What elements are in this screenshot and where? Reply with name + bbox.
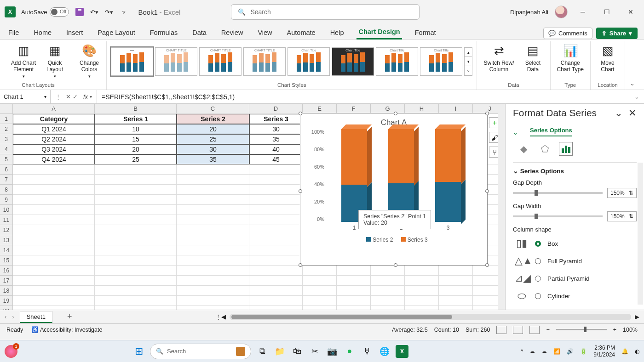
cell[interactable] [249, 205, 303, 215]
cell[interactable] [249, 195, 303, 205]
user-name[interactable]: Dipanjenah Ali [510, 9, 548, 16]
column-header[interactable]: A [13, 104, 95, 114]
cell[interactable] [95, 296, 177, 306]
cell[interactable] [249, 175, 303, 185]
column-header[interactable]: C [177, 104, 249, 114]
cell[interactable]: 40 [249, 144, 303, 154]
cloud-icon[interactable]: ☁ [541, 348, 547, 355]
row-header[interactable]: 18 [0, 286, 13, 296]
gap-width-slider[interactable] [513, 215, 603, 217]
cell[interactable]: Series 2 [177, 114, 249, 124]
cell[interactable] [405, 296, 439, 306]
cell[interactable] [177, 276, 249, 286]
cell[interactable] [13, 185, 95, 195]
cell[interactable] [439, 266, 473, 276]
cell[interactable] [13, 276, 95, 286]
taskbar-app-icon[interactable] [5, 345, 17, 358]
cell[interactable] [177, 215, 249, 225]
gap-depth-input[interactable]: 150%⇅ [607, 188, 637, 198]
cell[interactable] [95, 205, 177, 215]
tab-view[interactable]: View [256, 26, 274, 39]
column-header[interactable]: I [439, 104, 473, 114]
tab-help[interactable]: Help [328, 26, 346, 39]
add-chart-element-button[interactable]: ▥Add Chart Element▾ [8, 42, 39, 80]
cell[interactable] [249, 296, 303, 306]
chart-bar[interactable] [388, 129, 414, 222]
cell[interactable] [405, 286, 439, 296]
save-button[interactable] [75, 7, 85, 17]
file-explorer-icon[interactable]: 📁 [273, 345, 286, 358]
cell[interactable] [303, 276, 337, 286]
qat-customize[interactable]: ▿ [119, 7, 129, 17]
cell[interactable] [177, 235, 249, 245]
cell[interactable] [13, 296, 95, 306]
chart-style-4[interactable]: CHART TITLE [243, 47, 286, 76]
sheet-next-button[interactable]: › [12, 313, 14, 320]
cell[interactable]: 45 [249, 154, 303, 164]
cell[interactable] [249, 225, 303, 235]
cell[interactable] [371, 276, 405, 286]
row-header[interactable]: 16 [0, 266, 13, 276]
cell[interactable] [95, 235, 177, 245]
cell[interactable] [439, 276, 473, 286]
tab-insert[interactable]: Insert [64, 26, 85, 39]
name-box[interactable]: Chart 1▾ [0, 90, 51, 103]
cell[interactable] [177, 195, 249, 205]
share-button[interactable]: ⇪ Share ▾ [596, 28, 638, 39]
cell[interactable] [13, 306, 95, 310]
cell[interactable]: Category [13, 114, 95, 124]
cell[interactable] [13, 286, 95, 296]
row-header[interactable]: 20 [0, 306, 13, 310]
row-header[interactable]: 8 [0, 185, 13, 195]
tab-file[interactable]: File [6, 26, 21, 39]
gap-width-input[interactable]: 150%⇅ [607, 211, 637, 221]
cell[interactable] [13, 266, 95, 276]
cell[interactable]: Q2 2024 [13, 134, 95, 144]
chart-style-5[interactable]: Chart Title [288, 47, 330, 76]
cell[interactable] [95, 175, 177, 185]
tab-page-layout[interactable]: Page Layout [96, 26, 137, 39]
notifications-icon[interactable]: 🔔 [621, 348, 628, 355]
cell[interactable] [405, 306, 439, 310]
zoom-level[interactable]: 100% [623, 327, 638, 333]
page-layout-view-button[interactable] [513, 326, 523, 334]
tray-chevron-icon[interactable]: ^ [521, 348, 523, 355]
row-header[interactable]: 2 [0, 124, 13, 134]
chart-style-8[interactable]: Chart Title [420, 47, 462, 76]
cell[interactable] [405, 276, 439, 286]
sheet-tab-sheet1[interactable]: Sheet1 [20, 311, 52, 323]
shape-box[interactable]: ▯▮Box [513, 235, 637, 252]
zoom-in-button[interactable]: + [613, 327, 616, 333]
chart-bar[interactable] [341, 129, 367, 222]
pane-scrollbar[interactable] [638, 163, 643, 305]
formula-input[interactable]: =SERIES(Sheet1!$C$1,,Sheet1!$C$2:$C$5,1) [97, 93, 630, 101]
formula-expand-button[interactable]: ⌄ [630, 93, 644, 100]
cell[interactable] [177, 286, 249, 296]
row-header[interactable]: 1 [0, 114, 13, 124]
zoom-slider[interactable] [556, 329, 607, 330]
cell[interactable] [371, 266, 405, 276]
tab-review[interactable]: Review [219, 26, 245, 39]
close-button[interactable]: ✕ [622, 6, 639, 18]
cell[interactable] [95, 286, 177, 296]
cell[interactable] [95, 255, 177, 266]
cell[interactable] [13, 205, 95, 215]
cell[interactable]: 25 [177, 134, 249, 144]
move-chart-button[interactable]: ▧Move Chart [594, 42, 621, 74]
tab-formulas[interactable]: Formulas [148, 26, 179, 39]
cell[interactable] [13, 195, 95, 205]
row-header[interactable]: 19 [0, 296, 13, 306]
fx-dropdown-icon[interactable]: ▾ [90, 94, 92, 99]
cell[interactable] [249, 306, 303, 310]
cell[interactable] [13, 245, 95, 255]
column-header[interactable]: B [95, 104, 177, 114]
cell[interactable] [177, 245, 249, 255]
column-header[interactable]: G [371, 104, 405, 114]
cell[interactable] [177, 175, 249, 185]
chart-object[interactable]: ＋ 🖌 ⑂ Chart A 100%80%60%40%20%0% 123 Ser… [300, 113, 488, 266]
cell[interactable] [439, 286, 473, 296]
hscroll-left-button[interactable]: ◀ [221, 313, 226, 320]
mic-icon[interactable]: 🎙 [361, 345, 374, 358]
cell[interactable] [13, 235, 95, 245]
cell[interactable] [249, 235, 303, 245]
